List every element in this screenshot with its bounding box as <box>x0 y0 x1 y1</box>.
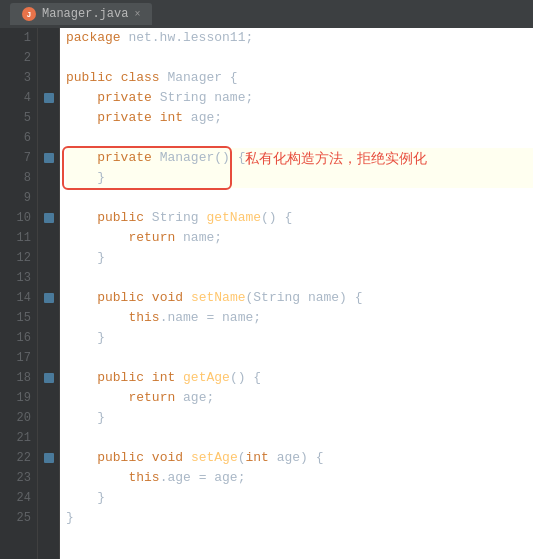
code-line: this.name = name; <box>66 308 533 328</box>
code-line <box>66 268 533 288</box>
gutter-icon-row <box>38 208 59 228</box>
line-number: 13 <box>0 268 37 288</box>
gutter-icon-row <box>38 408 59 428</box>
method-icon <box>44 93 54 103</box>
code-line: } <box>66 408 533 428</box>
method-icon <box>44 453 54 463</box>
line-number: 20 <box>0 408 37 428</box>
gutter-icon-row <box>38 188 59 208</box>
line-number: 19 <box>0 388 37 408</box>
code-panel: package net.hw.lesson11;public class Man… <box>60 28 533 559</box>
gutter-icon-row <box>38 288 59 308</box>
line-number: 10 <box>0 208 37 228</box>
gutter-icon-row <box>38 248 59 268</box>
gutter-icon-row <box>38 68 59 88</box>
code-line: private String name; <box>66 88 533 108</box>
line-number: 5 <box>0 108 37 128</box>
line-number: 22 <box>0 448 37 468</box>
close-tab-button[interactable]: × <box>134 9 140 20</box>
line-number: 11 <box>0 228 37 248</box>
method-icon <box>44 373 54 383</box>
tab-filename: Manager.java <box>42 7 128 21</box>
gutter-icon-row <box>38 148 59 168</box>
code-line: } <box>66 248 533 268</box>
line-number: 6 <box>0 128 37 148</box>
line-number: 14 <box>0 288 37 308</box>
code-line <box>66 348 533 368</box>
code-line <box>66 48 533 68</box>
code-line: public void setName(String name) { <box>66 288 533 308</box>
line-number: 8 <box>0 168 37 188</box>
line-number: 2 <box>0 48 37 68</box>
code-line: } <box>66 508 533 528</box>
gutter-icon-row <box>38 268 59 288</box>
line-number: 23 <box>0 468 37 488</box>
code-line: } <box>66 488 533 508</box>
gutter-icon-row <box>38 328 59 348</box>
annotation-text: 私有化构造方法，拒绝实例化 <box>245 150 427 168</box>
gutter-icon-row <box>38 388 59 408</box>
gutter-icon-row <box>38 28 59 48</box>
java-icon: J <box>22 7 36 21</box>
title-bar: J Manager.java × <box>0 0 533 28</box>
gutter-icon-row <box>38 348 59 368</box>
code-line: this.age = age; <box>66 468 533 488</box>
code-line: } <box>66 168 533 188</box>
file-tab[interactable]: J Manager.java × <box>10 3 152 25</box>
code-line: public void setAge(int age) { <box>66 448 533 468</box>
editor: 1234567891011121314151617181920212223242… <box>0 28 533 559</box>
gutter-icon-row <box>38 508 59 528</box>
code-line: } <box>66 328 533 348</box>
code-line <box>66 188 533 208</box>
line-number: 3 <box>0 68 37 88</box>
line-number: 1 <box>0 28 37 48</box>
code-line <box>66 428 533 448</box>
line-number: 25 <box>0 508 37 528</box>
gutter <box>38 28 60 559</box>
method-icon <box>44 213 54 223</box>
method-icon <box>44 153 54 163</box>
line-number: 12 <box>0 248 37 268</box>
line-numbers: 1234567891011121314151617181920212223242… <box>0 28 38 559</box>
gutter-icon-row <box>38 108 59 128</box>
gutter-icon-row <box>38 448 59 468</box>
line-number: 15 <box>0 308 37 328</box>
gutter-icon-row <box>38 88 59 108</box>
line-number: 18 <box>0 368 37 388</box>
gutter-icon-row <box>38 308 59 328</box>
gutter-icon-row <box>38 168 59 188</box>
line-number: 9 <box>0 188 37 208</box>
line-number: 24 <box>0 488 37 508</box>
code-line <box>66 128 533 148</box>
code-line: private int age; <box>66 108 533 128</box>
line-number: 7 <box>0 148 37 168</box>
gutter-icon-row <box>38 228 59 248</box>
gutter-icon-row <box>38 488 59 508</box>
line-number: 21 <box>0 428 37 448</box>
line-number: 17 <box>0 348 37 368</box>
code-line: public int getAge() { <box>66 368 533 388</box>
code-line: package net.hw.lesson11; <box>66 28 533 48</box>
line-number: 4 <box>0 88 37 108</box>
code-line: return age; <box>66 388 533 408</box>
code-line: public class Manager { <box>66 68 533 88</box>
gutter-icon-row <box>38 48 59 68</box>
code-line: public String getName() { <box>66 208 533 228</box>
gutter-icon-row <box>38 128 59 148</box>
gutter-icon-row <box>38 368 59 388</box>
method-icon <box>44 293 54 303</box>
gutter-icon-row <box>38 428 59 448</box>
gutter-icon-row <box>38 468 59 488</box>
code-line: return name; <box>66 228 533 248</box>
line-number: 16 <box>0 328 37 348</box>
